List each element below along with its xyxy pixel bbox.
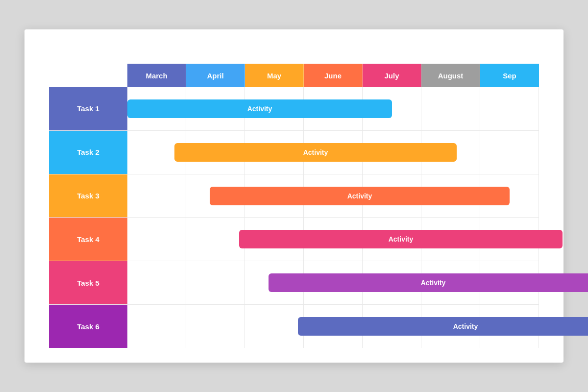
task-cells-3: Activity xyxy=(127,174,539,218)
grid-cell-6-0 xyxy=(127,305,186,348)
header-month-april: April xyxy=(186,64,245,87)
task-cells-2: Activity xyxy=(127,131,539,174)
grid-cell-4-0 xyxy=(127,218,186,261)
grid-cell-6-1 xyxy=(186,305,245,348)
gantt-chart: MarchAprilMayJuneJulyAugustSep Task 1Act… xyxy=(49,64,539,348)
grid-cell-2-6 xyxy=(480,131,539,174)
grid-cell-4-1 xyxy=(186,218,245,261)
activity-bar-4: Activity xyxy=(239,230,563,248)
header-month-july: July xyxy=(363,64,421,87)
header-month-march: March xyxy=(127,64,186,87)
task-row-1: Task 1Activity xyxy=(49,87,539,131)
grid-cell-5-1 xyxy=(186,261,245,304)
activity-bar-1: Activity xyxy=(127,99,392,118)
activity-bar-5: Activity xyxy=(269,273,588,292)
task-label-2: Task 2 xyxy=(49,131,127,174)
activity-bar-2: Activity xyxy=(174,143,457,162)
gantt-header: MarchAprilMayJuneJulyAugustSep xyxy=(49,64,539,87)
header-month-may: May xyxy=(245,64,304,87)
grid-cell-1-6 xyxy=(480,87,539,130)
task-row-2: Task 2Activity xyxy=(49,131,539,174)
task-row-6: Task 6Activity xyxy=(49,305,539,348)
task-cells-1: Activity xyxy=(127,87,539,130)
task-row-5: Task 5Activity xyxy=(49,261,539,305)
activity-bar-3: Activity xyxy=(210,187,510,205)
grid-cell-1-5 xyxy=(421,87,480,130)
header-month-sep: Sep xyxy=(480,64,539,87)
task-label-4: Task 4 xyxy=(49,218,127,261)
task-cells-6: Activity xyxy=(127,305,539,348)
task-label-6: Task 6 xyxy=(49,305,127,348)
activity-bar-6: Activity xyxy=(298,317,588,336)
header-month-august: August xyxy=(421,64,480,87)
header-month-june: June xyxy=(304,64,363,87)
task-cells-5: Activity xyxy=(127,261,539,304)
task-label-3: Task 3 xyxy=(49,174,127,218)
task-label-5: Task 5 xyxy=(49,261,127,304)
task-row-3: Task 3Activity xyxy=(49,174,539,218)
task-label-1: Task 1 xyxy=(49,87,127,130)
grid-cell-3-0 xyxy=(127,174,186,218)
grid-cell-6-2 xyxy=(245,305,304,348)
slide: MarchAprilMayJuneJulyAugustSep Task 1Act… xyxy=(24,29,564,363)
task-cells-4: Activity xyxy=(127,218,539,261)
grid-cell-5-0 xyxy=(127,261,186,304)
header-empty-cell xyxy=(49,64,127,87)
task-row-4: Task 4Activity xyxy=(49,218,539,261)
gantt-body: Task 1ActivityTask 2ActivityTask 3Activi… xyxy=(49,87,539,348)
